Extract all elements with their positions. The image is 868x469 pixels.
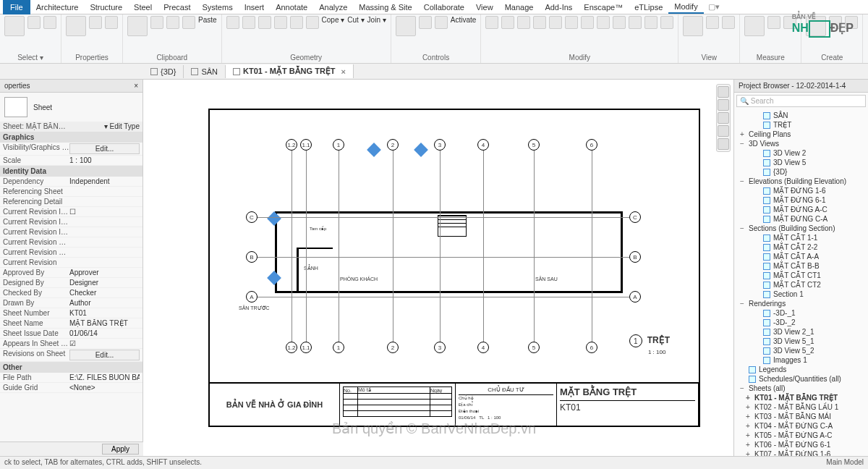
ribbon-button[interactable] — [629, 16, 642, 29]
browser-node[interactable]: TRỆT — [734, 120, 868, 130]
ribbon-button[interactable] — [744, 16, 765, 36]
browser-node[interactable]: 3D View 5_2 — [734, 346, 868, 355]
property-row[interactable]: Scale1 : 100 — [0, 156, 142, 166]
property-row[interactable]: Current Revision Issued By — [0, 217, 142, 227]
ribbon-tab[interactable]: Architecture — [30, 1, 85, 13]
ribbon-button[interactable] — [182, 16, 195, 29]
browser-node[interactable]: MẶT CẮT 1-1 — [734, 233, 868, 242]
view-tab[interactable]: KT01 - MẶT BẰNG TRỆT× — [226, 64, 354, 78]
ribbon-tab[interactable]: Insert — [239, 1, 271, 13]
ribbon-button[interactable] — [517, 16, 530, 29]
property-row[interactable]: Current Revision Issued To — [0, 227, 142, 237]
browser-node[interactable]: MẶT CẮT CT2 — [734, 280, 868, 290]
browser-node[interactable]: +KT02 - MẶT BẰNG LẦU 1 — [734, 402, 868, 412]
browser-node[interactable]: MẶT CẮT CT1 — [734, 271, 868, 280]
ribbon-button[interactable] — [258, 16, 271, 29]
drawing-canvas[interactable]: SÂN TRƯỚC PHÒNG KHÁCH SÂN SAU SẢNH Tam c… — [143, 80, 733, 456]
browser-search[interactable]: 🔍 Search — [736, 95, 866, 107]
ribbon-button[interactable] — [501, 16, 514, 29]
browser-node[interactable]: SÂN — [734, 111, 868, 120]
ribbon-button[interactable] — [226, 16, 239, 29]
type-selector[interactable]: Sheet — [33, 103, 52, 111]
ribbon-button[interactable] — [706, 16, 719, 29]
ribbon-button[interactable] — [644, 16, 658, 29]
property-row[interactable]: Sheet Issue Date01/06/14 — [0, 329, 142, 339]
property-row[interactable]: Revisions on SheetEdit... — [0, 349, 142, 362]
browser-node[interactable]: 3D View 2 — [734, 148, 868, 158]
browser-node[interactable]: Section 1 — [734, 290, 868, 299]
browser-node[interactable]: MẶT CẮT A-A — [734, 252, 868, 261]
property-row[interactable]: Checked ByChecker — [0, 288, 142, 298]
ribbon-button[interactable] — [43, 16, 56, 29]
property-row[interactable]: Approved ByApprover — [0, 268, 142, 278]
ribbon-tab[interactable]: Manage — [499, 1, 540, 13]
ribbon-button[interactable] — [549, 16, 562, 29]
ribbon-button[interactable] — [396, 16, 416, 36]
ribbon-button[interactable] — [306, 16, 319, 29]
property-row[interactable]: DependencyIndependent — [0, 177, 142, 187]
browser-node[interactable]: −3D Views — [734, 139, 868, 148]
property-row[interactable]: Sheet NameMẶT BẰNG TRỆT — [0, 318, 142, 329]
ribbon-tab[interactable]: eTLipse — [629, 1, 668, 13]
ribbon-button[interactable] — [613, 16, 626, 29]
ribbon-tab[interactable]: Systems — [196, 1, 238, 13]
ribbon-button[interactable] — [565, 16, 578, 29]
ribbon-tab[interactable]: Enscape™ — [578, 1, 629, 13]
property-row[interactable]: Referencing Sheet — [0, 187, 142, 197]
property-row[interactable]: Visibility/Graphics Overrid...Edit... — [0, 143, 142, 156]
ribbon-tab[interactable]: Add-Ins — [539, 1, 578, 13]
ribbon-button[interactable] — [419, 16, 432, 29]
ribbon-button[interactable] — [166, 16, 179, 29]
ribbon-button[interactable] — [66, 16, 86, 36]
property-row[interactable]: Current Revision Issued☐ — [0, 207, 142, 217]
browser-node[interactable]: MẶT ĐỨNG 6-1 — [734, 195, 868, 205]
browser-node[interactable]: 3D View 5 — [734, 158, 868, 167]
edit-type-button[interactable]: Edit Type — [109, 122, 140, 130]
browser-node[interactable]: MẶT ĐỨNG A-C — [734, 205, 868, 214]
browser-node[interactable]: MẶT CẮT B-B — [734, 261, 868, 271]
view-tab[interactable]: {3D} — [143, 65, 184, 78]
ribbon-button[interactable] — [27, 16, 41, 29]
browser-node[interactable]: +KT05 - MẶT ĐỨNG A-C — [734, 431, 868, 440]
ribbon-tab[interactable]: Modify — [668, 1, 703, 14]
ribbon-button[interactable] — [127, 16, 148, 36]
edit-button[interactable]: Edit... — [69, 350, 140, 360]
file-tab[interactable]: File — [3, 0, 30, 14]
ribbon-tab[interactable]: Analyze — [313, 1, 353, 13]
ribbon-button[interactable] — [597, 16, 610, 29]
ribbon-button[interactable] — [722, 16, 735, 29]
property-row[interactable]: Appears In Sheet List☑ — [0, 339, 142, 349]
property-row[interactable]: Designed ByDesigner — [0, 278, 142, 288]
browser-node[interactable]: Imagges 1 — [734, 355, 868, 365]
ribbon-button[interactable] — [485, 16, 498, 29]
property-row[interactable]: File PathE:\Z. FILES BUON BAN\NH... — [0, 373, 142, 383]
property-row[interactable]: Guide Grid<None> — [0, 383, 142, 393]
browser-node[interactable]: MẶT CẮT 2-2 — [734, 242, 868, 252]
property-row[interactable]: Current Revision Descripti... — [0, 248, 142, 258]
ribbon-button[interactable] — [105, 16, 118, 29]
close-icon[interactable]: × — [134, 82, 138, 90]
browser-node[interactable]: −Sections (Building Section) — [734, 224, 868, 233]
property-row[interactable]: Sheet NumberKT01 — [0, 308, 142, 318]
ribbon-button[interactable] — [581, 16, 594, 29]
property-row[interactable]: Current Revision Date — [0, 237, 142, 248]
browser-node[interactable]: −Renderings — [734, 299, 868, 308]
apply-button[interactable]: Apply — [102, 444, 139, 455]
browser-node[interactable]: -3D-_1 — [734, 308, 868, 318]
property-row[interactable]: Current Revision — [0, 258, 142, 268]
browser-node[interactable]: +KT07 - MẶT ĐỨNG 1-6 — [734, 449, 868, 456]
ribbon-tab[interactable]: Precast — [158, 1, 196, 13]
browser-node[interactable]: −Sheets (all) — [734, 384, 868, 393]
browser-node[interactable]: Legends — [734, 365, 868, 374]
ribbon-button[interactable] — [242, 16, 255, 29]
nav-tools[interactable] — [716, 84, 731, 152]
ribbon-tab[interactable]: Massing & Site — [353, 1, 417, 13]
browser-node[interactable]: -3D-_2 — [734, 318, 868, 327]
browser-node[interactable]: MẶT ĐỨNG 1-6 — [734, 186, 868, 195]
property-row[interactable]: Drawn ByAuthor — [0, 298, 142, 308]
ribbon-button[interactable] — [435, 16, 448, 29]
ribbon-tab[interactable]: Annotate — [270, 1, 313, 13]
ribbon-tab[interactable]: Collaborate — [418, 1, 470, 13]
browser-node[interactable]: {3D} — [734, 167, 868, 177]
ribbon-tab[interactable]: View — [470, 1, 499, 13]
